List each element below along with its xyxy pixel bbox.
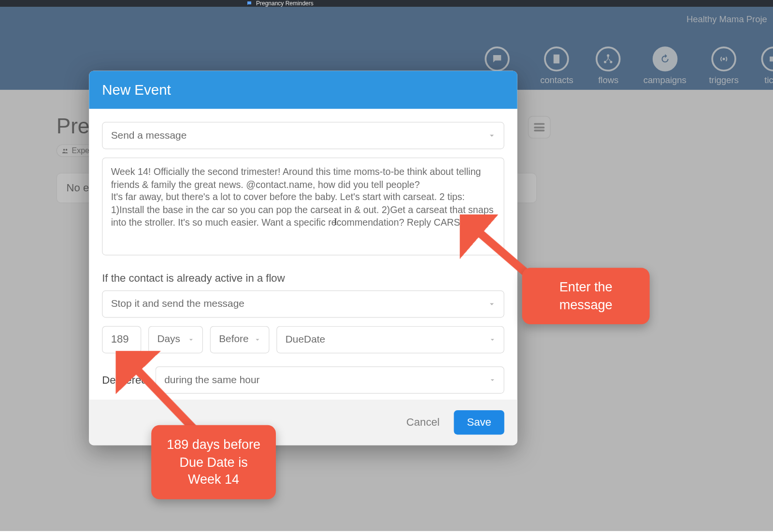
message-textarea[interactable]: Week 14! Officially the second trimester…: [102, 158, 504, 256]
active-flow-label: If the contact is already active in a fl…: [102, 272, 504, 285]
chevron-down-icon: [487, 131, 497, 141]
modal-title: New Event: [89, 71, 517, 109]
chevron-down-icon: [253, 335, 261, 344]
save-button[interactable]: Save: [454, 410, 504, 434]
event-action-select[interactable]: Send a message: [102, 122, 504, 149]
cancel-button[interactable]: Cancel: [406, 416, 440, 429]
chevron-down-icon: [488, 335, 497, 344]
offset-unit-value: Days: [157, 333, 180, 344]
offset-direction-value: Before: [219, 333, 249, 344]
chevron-down-icon: [187, 335, 195, 344]
offset-value: 189: [111, 333, 129, 345]
active-flow-value: Stop it and send the message: [111, 298, 244, 309]
browser-chrome: Pregnancy Reminders: [0, 0, 773, 7]
offset-field-select[interactable]: DueDate: [276, 326, 504, 353]
browser-tab[interactable]: Pregnancy Reminders: [246, 0, 362, 7]
annotation-callout-days: 189 days before Due Date is Week 14: [151, 425, 276, 500]
offset-unit-select[interactable]: Days: [148, 326, 203, 353]
text-caret-icon: I: [334, 215, 337, 228]
browser-tab-label: Pregnancy Reminders: [256, 0, 314, 7]
offset-direction-select[interactable]: Before: [210, 326, 270, 353]
chevron-down-icon: [487, 299, 497, 309]
active-flow-select[interactable]: Stop it and send the message: [102, 290, 504, 317]
offset-field-value: DueDate: [286, 334, 325, 345]
chat-icon: [246, 0, 252, 6]
chevron-down-icon: [488, 376, 497, 384]
message-text: Week 14! Officially the second trimester…: [111, 166, 496, 228]
offset-value-input[interactable]: 189: [102, 326, 141, 353]
event-action-value: Send a message: [111, 129, 187, 141]
svg-line-5: [128, 360, 199, 434]
annotation-callout-message: Enter the message: [522, 268, 650, 324]
